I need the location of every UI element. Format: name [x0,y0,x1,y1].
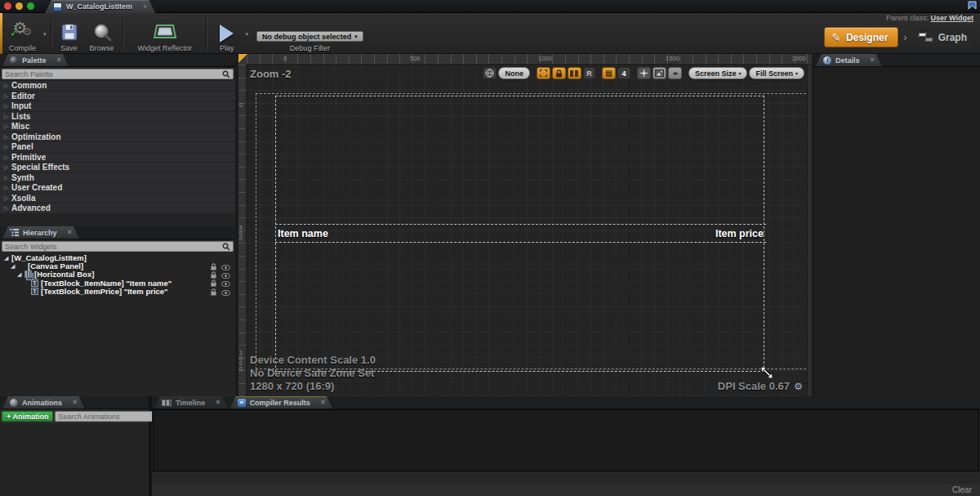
lock-icon[interactable] [210,284,217,299]
palette-category-special-effects[interactable]: ▷Special Effects [0,163,235,173]
expand-arrow-icon[interactable]: ▷ [4,103,11,109]
preview-culture-button[interactable]: None [498,67,530,79]
browse-button[interactable]: Browse [84,16,120,52]
canvas-scrollbar[interactable] [807,65,812,396]
lock-widgets-button[interactable] [552,67,566,79]
expand-arrow-icon[interactable]: ▷ [4,114,11,119]
palette-category-primitive[interactable]: ▷Primitive [0,153,235,163]
collapse-arrow-icon[interactable]: ◢ [4,255,11,261]
expand-arrow-icon[interactable]: ▷ [4,154,11,160]
resolution-label: 1280 x 720 (16:9) [250,380,334,392]
palette-category-editor[interactable]: ▷Editor [0,92,235,102]
save-button[interactable]: Save [55,16,84,52]
palette-category-xsolla[interactable]: ▷Xsolla [0,194,235,204]
tab-palette[interactable]: Palette × [2,54,69,66]
designer-canvas-toolbar: None R ▦ 4 [483,67,804,79]
hierarchy-search-input[interactable] [5,243,222,251]
hierarchy-row-w-cataloglistitem[interactable]: ◢[W_CatalogListItem] [0,253,235,261]
close-icon[interactable]: × [68,229,72,236]
item-price-textblock[interactable]: Item price [715,228,764,239]
palette-category-lists[interactable]: ▷Lists [0,112,235,123]
close-icon[interactable]: × [57,56,61,64]
parent-class-value[interactable]: User Widget [931,14,973,22]
details-tabstrip: i Details × [813,54,980,67]
palette-category-optimization[interactable]: ▷Optimization [0,132,235,143]
dpi-settings-gear-icon[interactable]: ⚙ [794,381,803,392]
expand-arrow-icon[interactable]: ▷ [4,195,11,201]
hierarchy-row-textblock-itemprice[interactable]: T[TextBlock_ItemPrice] "Item price" [0,288,235,296]
anchor-visibility-button[interactable] [537,67,550,79]
compile-options-caret[interactable]: ▾ [43,31,47,38]
expand-arrow-icon[interactable]: ▷ [4,93,11,99]
horizontal-box-outline[interactable]: Item name Item price [275,224,766,243]
close-icon[interactable]: × [143,3,147,11]
palette-category-common[interactable]: ▷Common [0,81,235,92]
designer-mode-button[interactable]: ✎ Designer [824,27,898,47]
translate-mode-button[interactable] [637,67,651,79]
resize-handle-icon[interactable] [760,365,774,380]
minimize-window-button[interactable] [16,2,23,10]
add-animation-button[interactable]: + Animation [2,411,53,422]
move-crosshair-icon [639,69,648,78]
eye-visibility-icon[interactable] [221,284,230,299]
close-icon[interactable]: × [73,399,77,406]
designer-viewport: 0500100015002000 05001000 Zoom -2 None [238,54,812,396]
collapse-arrow-icon[interactable]: ◢ [11,263,18,269]
clear-button[interactable]: Clear [952,485,972,494]
maximize-window-button[interactable] [27,2,34,10]
tab-compiler-results[interactable]: » Compiler Results × [230,396,332,409]
tab-timeline[interactable]: Timeline × [154,396,228,409]
tab-hierarchy[interactable]: Hierarchy × [2,226,79,239]
tab-details[interactable]: i Details × [816,54,882,66]
palette-search-input[interactable] [5,70,222,78]
palette-category-advanced[interactable]: ▷Advanced [0,203,235,214]
tab-animations[interactable]: Animations × [2,396,84,409]
animations-list-area[interactable] [0,423,149,496]
fill-rules-button[interactable] [568,67,581,79]
chevron-down-icon: ▾ [354,34,358,40]
expand-arrow-icon[interactable]: ▷ [4,144,11,150]
expand-arrow-icon[interactable]: ▷ [4,164,11,170]
close-icon[interactable]: × [871,56,875,64]
respect-locks-button[interactable]: R [583,67,595,79]
palette-category-label: Advanced [11,203,51,212]
graph-mode-button[interactable]: Graph [912,27,973,47]
compiler-results-output[interactable] [153,409,979,471]
design-canvas[interactable]: Zoom -2 None [247,65,812,396]
palette-category-synth[interactable]: ▷Synth [0,173,235,184]
widget-reflector-icon [151,23,179,42]
play-button[interactable]: Play [210,16,244,52]
flip-preview-button[interactable]: ◂▸ [668,67,682,79]
localization-preview-button[interactable] [483,67,497,79]
animations-search-input[interactable] [58,413,154,421]
palette-category-input[interactable]: ▷Input [0,101,235,112]
hierarchy-row-horizontal-box[interactable]: ◢[Horizontal Box] [0,270,235,279]
expand-arrow-icon[interactable]: ▷ [4,134,11,140]
expand-arrow-icon[interactable]: ▷ [4,175,11,181]
palette-category-user-created[interactable]: ▷User Created [0,183,235,194]
debug-object-dropdown[interactable]: No debug object selected ▾ [256,31,363,42]
grid-snap-toggle-button[interactable]: ▦ [602,67,616,79]
grid-snap-size-dropdown[interactable]: 4 [617,67,630,79]
hierarchy-row-canvas-panel[interactable]: ◢[Canvas Panel] [0,261,235,270]
palette-category-misc[interactable]: ▷Misc [0,122,235,132]
widget-reflector-button[interactable]: Widget Reflector [127,16,204,52]
expand-arrow-icon[interactable]: ▷ [4,83,11,88]
play-options-caret[interactable]: ▾ [246,31,249,38]
expand-arrow-icon[interactable]: ▷ [4,123,11,129]
close-icon[interactable]: × [216,399,220,406]
close-icon[interactable]: × [321,399,325,406]
asset-tab[interactable]: W_CatalogListItem × [45,0,155,13]
expand-arrow-icon[interactable]: ▷ [4,205,11,211]
fill-screen-dropdown[interactable]: Fill Screen ▾ [749,67,804,79]
render-preview-button[interactable] [653,67,666,79]
collapse-arrow-icon[interactable]: ◢ [17,271,24,277]
compile-button[interactable]: ⚙ ⚙ ✓ Compile [3,16,42,52]
hierarchy-row-textblock-itemname[interactable]: T[TextBlock_ItemName] "Item name" [0,279,235,287]
close-window-button[interactable] [4,2,11,10]
expand-arrow-icon[interactable]: ▷ [4,185,11,190]
item-name-textblock[interactable]: Item name [278,228,328,239]
screen-size-dropdown[interactable]: Screen Size ▾ [688,67,748,79]
compile-gears-icon: ⚙ ⚙ ✓ [11,21,35,42]
palette-category-panel[interactable]: ▷Panel [0,142,235,153]
